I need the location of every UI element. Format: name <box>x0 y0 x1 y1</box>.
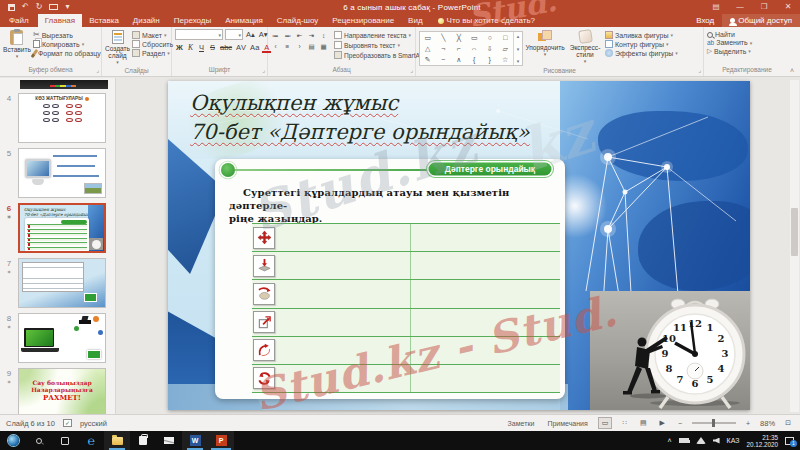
clipboard-dialog-launcher[interactable]: ⌟ <box>96 65 99 75</box>
taskbar-explorer-button[interactable] <box>104 431 130 450</box>
tab-review[interactable]: Рецензирование <box>325 14 401 27</box>
thumbnail-slide-9-canvas[interactable]: Сау болыңыздар Назарларыңызға РАХМЕТ! <box>18 368 106 414</box>
columns-button[interactable]: ▦ <box>319 42 328 51</box>
notes-button[interactable]: Заметки <box>505 419 538 428</box>
convert-smartart-button[interactable]: Преобразовать в SmartArt▾ <box>334 51 429 59</box>
collapse-ribbon-button[interactable]: ˄ <box>790 67 794 74</box>
taskbar-store-button[interactable] <box>130 431 156 450</box>
zoom-out-button[interactable]: − <box>675 419 685 428</box>
slide-sorter-view-button[interactable]: ∷ <box>619 418 629 428</box>
shadow-button[interactable]: abc <box>219 43 233 53</box>
new-slide-button[interactable]: Создать слайд▾ <box>105 29 130 66</box>
customize-qat-button[interactable]: ▾ <box>65 3 69 11</box>
slideshow-view-button[interactable]: ▶ <box>657 418 668 428</box>
character-spacing-button[interactable]: АV <box>235 43 247 53</box>
select-button[interactable]: ▷Выделить▾ <box>707 47 752 55</box>
format-painter-button[interactable]: Формат по образцу <box>33 49 101 58</box>
tab-file[interactable]: Файл <box>0 14 38 27</box>
bullets-button[interactable]: ≔ <box>271 31 280 40</box>
thumbnail-slide-7-canvas[interactable] <box>18 258 106 308</box>
layout-button[interactable]: Макет▾ <box>132 31 173 39</box>
zoom-in-button[interactable]: + <box>743 419 753 428</box>
grow-font-button[interactable]: А▴ <box>245 30 256 40</box>
tab-slideshow[interactable]: Слайд-шоу <box>270 14 325 27</box>
scrollbar-thumb[interactable] <box>791 208 798 256</box>
taskbar-clock[interactable]: 21:3520.12.2020 <box>746 434 778 448</box>
minimize-button[interactable]: — <box>728 0 752 14</box>
shape-fill-button[interactable]: Заливка фигуры▾ <box>605 31 678 39</box>
zoom-slider[interactable] <box>692 422 736 424</box>
restore-button[interactable]: ❐ <box>752 0 776 14</box>
slide-title[interactable]: Оқулықпен жұмыс 70-бет «Дәптерге орындай… <box>190 89 530 147</box>
battery-icon[interactable] <box>679 438 689 443</box>
align-center-button[interactable]: ≡ <box>283 42 292 51</box>
thumbnail-slide-4-canvas[interactable]: КӨЗ ЖАТТЫҒУЛАРЫ <box>18 93 106 143</box>
paragraph-dialog-launcher[interactable]: ⌟ <box>410 65 413 75</box>
shape-effects-button[interactable]: Эффекты фигуры▾ <box>605 49 678 57</box>
bold-button[interactable]: Ж <box>175 43 184 53</box>
find-button[interactable]: Найти <box>707 31 752 38</box>
shapes-scroll[interactable]: ▴▾▾ <box>513 32 522 65</box>
reading-view-button[interactable]: ▤ <box>637 418 650 428</box>
zoom-slider-knob[interactable] <box>712 419 715 427</box>
task-view-button[interactable] <box>52 431 78 450</box>
section-button[interactable]: Раздел▾ <box>132 49 173 57</box>
underline-button[interactable]: Ч <box>197 43 206 53</box>
align-left-button[interactable]: ‹ <box>271 42 280 51</box>
font-name-box[interactable]: ▾ <box>175 29 223 40</box>
tab-transitions[interactable]: Переходы <box>167 14 219 27</box>
tab-animations[interactable]: Анимация <box>218 14 270 27</box>
close-button[interactable]: ✕ <box>776 0 800 14</box>
replace-button[interactable]: abЗаменить▾ <box>707 39 752 46</box>
italic-button[interactable]: К <box>186 43 195 53</box>
justify-button[interactable]: ▤ <box>307 42 316 51</box>
taskbar-powerpoint-button[interactable]: P <box>208 431 234 450</box>
language-indicator[interactable]: русский <box>80 419 107 428</box>
shape-outline-button[interactable]: Контур фигуры▾ <box>605 40 678 48</box>
taskbar-word-button[interactable]: W <box>182 431 208 450</box>
ribbon-display-options-button[interactable]: ▤ <box>704 0 728 14</box>
increase-indent-button[interactable]: ⇥ <box>307 31 316 40</box>
arrange-button[interactable]: Упорядочить▾ <box>525 29 565 58</box>
shapes-gallery[interactable]: ▭╲╳▭○□ △¬⌐⇔⇩▱ ✎~∧{}☆ ▴▾▾ <box>419 31 523 66</box>
shrink-font-button[interactable]: А▾ <box>258 30 269 40</box>
share-button[interactable]: Общий доступ <box>722 14 800 27</box>
thumbnail-slide-6-canvas[interactable]: Оқулықпен жұмыс70-бет «Дәптерге орындайы… <box>18 203 106 253</box>
vertical-scrollbar[interactable] <box>790 80 799 412</box>
wifi-icon[interactable] <box>696 437 706 444</box>
font-dialog-launcher[interactable]: ⌟ <box>262 65 265 75</box>
tab-design[interactable]: Дизайн <box>126 14 167 27</box>
undo-button[interactable]: ↶ <box>22 3 29 11</box>
sign-in-button[interactable]: Вход <box>688 14 722 27</box>
tab-insert[interactable]: Вставка <box>82 14 126 27</box>
tab-home[interactable]: Главная <box>38 14 82 27</box>
strikethrough-button[interactable]: S <box>208 43 217 53</box>
cut-button[interactable]: ✂Вырезать <box>33 31 101 39</box>
save-icon[interactable] <box>8 4 15 11</box>
normal-view-button[interactable]: ▭ <box>598 417 613 429</box>
redo-button[interactable]: ↻ <box>36 3 43 11</box>
drawing-dialog-launcher[interactable]: ⌟ <box>698 65 701 75</box>
action-center-icon[interactable]: 1 <box>785 437 794 445</box>
align-text-button[interactable]: Выровнять текст▾ <box>334 41 429 49</box>
font-size-box[interactable]: ▾ <box>225 29 243 40</box>
slide-canvas[interactable]: Оқулықпен жұмыс 70-бет «Дәптерге орындай… <box>168 81 750 410</box>
copy-button[interactable]: Копировать▾ <box>33 40 101 48</box>
numbering-button[interactable]: ≕ <box>283 31 292 40</box>
decrease-indent-button[interactable]: ⇤ <box>295 31 304 40</box>
spellcheck-icon[interactable]: ✓ <box>63 419 72 427</box>
comments-button[interactable]: Примечания <box>544 419 590 428</box>
thumbnail-slide-8-canvas[interactable] <box>18 313 106 363</box>
line-spacing-button[interactable]: ↕ <box>319 31 328 40</box>
taskbar-search-button[interactable] <box>26 431 52 450</box>
taskbar-mail-button[interactable] <box>156 431 182 450</box>
start-button[interactable] <box>0 431 26 450</box>
reset-button[interactable]: Сбросить <box>132 40 173 48</box>
hidden-icons-chevron[interactable]: ˄ <box>667 437 671 444</box>
thumbnail-slide-5-canvas[interactable] <box>18 148 106 198</box>
zoom-percentage[interactable]: 88% <box>760 419 775 428</box>
align-right-button[interactable]: › <box>295 42 304 51</box>
start-slideshow-icon[interactable] <box>49 4 58 10</box>
tab-view[interactable]: Вид <box>401 14 429 27</box>
speaker-icon[interactable] <box>713 438 720 444</box>
